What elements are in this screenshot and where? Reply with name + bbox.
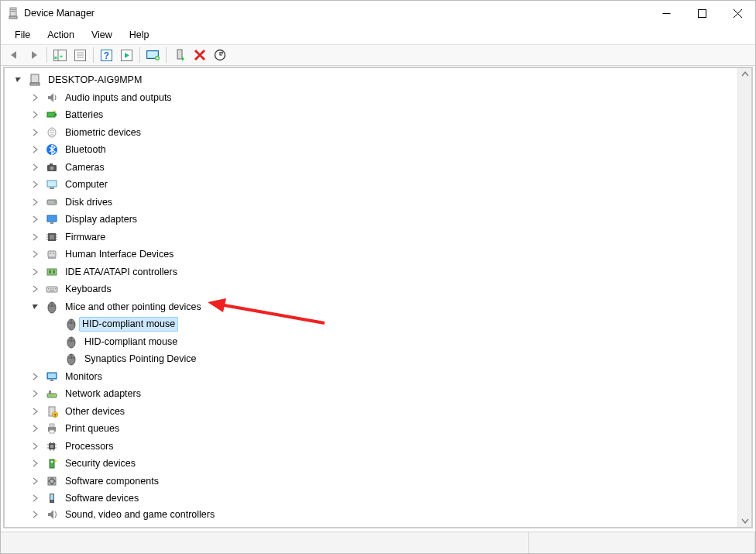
svg-rect-74 xyxy=(48,373,56,378)
chevron-right-icon[interactable] xyxy=(29,108,42,121)
action-icon[interactable] xyxy=(117,46,136,64)
category-item[interactable]: Biometric devices xyxy=(5,124,737,142)
device-item[interactable]: HID-compliant mouse xyxy=(5,315,737,333)
mouse-icon xyxy=(45,300,59,314)
forward-button[interactable] xyxy=(24,46,43,64)
category-item[interactable]: Mice and other pointing devices xyxy=(5,298,737,316)
maximize-button[interactable] xyxy=(684,1,720,26)
svg-rect-33 xyxy=(50,163,53,165)
category-item[interactable]: Print queues xyxy=(5,420,737,438)
category-label: Processors xyxy=(65,441,114,452)
category-item[interactable]: Human Interface Devices xyxy=(5,246,737,263)
scroll-up-icon[interactable] xyxy=(741,70,750,79)
category-item[interactable]: Processors xyxy=(5,438,737,456)
tree-root-label: DESKTOP-AIG9MPM xyxy=(48,74,142,85)
chevron-right-icon[interactable] xyxy=(29,248,42,260)
device-label: HID-compliant mouse xyxy=(84,336,177,347)
hid-icon xyxy=(45,247,59,261)
category-item[interactable]: Software devices xyxy=(5,490,737,508)
svg-point-101 xyxy=(51,501,53,502)
category-label: Keyboards xyxy=(65,284,112,294)
svg-rect-49 xyxy=(48,257,56,259)
category-item[interactable]: Network adapters xyxy=(5,385,737,403)
bluetooth-icon xyxy=(45,143,59,157)
category-item[interactable]: Firmware xyxy=(5,229,737,246)
category-label: Security devices xyxy=(65,458,136,469)
category-item[interactable]: Audio inputs and outputs xyxy=(5,89,737,107)
category-item[interactable]: Security devices xyxy=(5,455,737,473)
category-item[interactable]: Sound, video and game controllers xyxy=(5,508,737,521)
chevron-right-icon[interactable] xyxy=(29,161,42,174)
category-item[interactable]: ?Other devices xyxy=(5,403,737,421)
keyboard-icon xyxy=(45,282,59,296)
print-icon xyxy=(45,422,59,435)
scan-hardware-button[interactable] xyxy=(210,46,229,64)
category-item[interactable]: Software components xyxy=(5,473,737,490)
chevron-down-icon[interactable] xyxy=(29,301,42,313)
svg-text:?: ? xyxy=(104,50,109,61)
category-item[interactable]: Display adapters xyxy=(5,211,737,229)
device-item[interactable]: Synaptics Pointing Device xyxy=(5,350,737,368)
svg-rect-57 xyxy=(50,288,52,290)
svg-rect-52 xyxy=(47,269,57,275)
category-label: Mice and other pointing devices xyxy=(65,301,201,312)
help-button[interactable]: ? xyxy=(97,46,116,64)
svg-rect-54 xyxy=(53,270,55,274)
enable-device-button[interactable] xyxy=(170,46,189,64)
network-icon xyxy=(45,387,59,401)
chevron-right-icon[interactable] xyxy=(29,440,42,452)
category-item[interactable]: Keyboards xyxy=(5,280,737,298)
chevron-right-icon[interactable] xyxy=(29,457,42,470)
vertical-scrollbar[interactable] xyxy=(737,68,751,527)
chevron-right-icon[interactable] xyxy=(29,213,42,225)
category-item[interactable]: Monitors xyxy=(5,368,737,386)
chevron-right-icon[interactable] xyxy=(29,178,42,191)
biometric-icon xyxy=(45,126,59,139)
menu-action[interactable]: Action xyxy=(40,27,82,43)
chevron-right-icon[interactable] xyxy=(29,283,42,295)
category-item[interactable]: Disk drives xyxy=(5,194,737,212)
category-item[interactable]: Bluetooth xyxy=(5,141,737,159)
svg-point-51 xyxy=(53,253,54,254)
chevron-right-icon[interactable] xyxy=(29,492,42,504)
category-item[interactable]: Computer xyxy=(5,176,737,194)
chevron-right-icon[interactable] xyxy=(29,422,42,435)
category-item[interactable]: IDE ATA/ATAPI controllers xyxy=(5,263,737,281)
swdev-icon xyxy=(45,491,59,505)
chevron-right-icon[interactable] xyxy=(29,231,42,243)
chevron-right-icon[interactable] xyxy=(29,475,42,487)
chevron-down-icon[interactable] xyxy=(12,74,25,86)
chevron-right-icon[interactable] xyxy=(29,266,42,278)
device-item[interactable]: HID-compliant mouse xyxy=(5,333,737,351)
category-label: Sound, video and game controllers xyxy=(65,509,215,520)
category-label: Disk drives xyxy=(65,197,112,208)
close-button[interactable] xyxy=(720,1,755,26)
svg-rect-58 xyxy=(53,288,54,290)
back-button[interactable] xyxy=(4,46,23,64)
menu-file[interactable]: File xyxy=(7,27,38,43)
chevron-right-icon[interactable] xyxy=(29,405,42,418)
chevron-right-icon[interactable] xyxy=(29,387,42,400)
category-item[interactable]: Batteries xyxy=(5,106,737,124)
svg-rect-39 xyxy=(50,222,53,224)
update-driver-button[interactable] xyxy=(143,46,163,64)
uninstall-device-button[interactable] xyxy=(190,46,209,64)
scroll-down-icon[interactable] xyxy=(741,516,750,525)
category-label: Display adapters xyxy=(65,214,137,225)
category-label: Human Interface Devices xyxy=(65,249,174,260)
category-item[interactable]: Cameras xyxy=(5,159,737,177)
chevron-right-icon[interactable] xyxy=(29,91,42,104)
device-tree[interactable]: DESKTOP-AIG9MPM Audio inputs and outputs… xyxy=(5,68,737,527)
minimize-button[interactable] xyxy=(648,1,684,26)
chevron-right-icon[interactable] xyxy=(29,143,42,156)
category-label: Audio inputs and outputs xyxy=(65,92,172,103)
menu-help[interactable]: Help xyxy=(122,27,157,43)
chevron-right-icon[interactable] xyxy=(29,370,42,383)
show-hide-tree-button[interactable] xyxy=(50,46,70,64)
chevron-right-icon[interactable] xyxy=(29,126,42,139)
chevron-right-icon[interactable] xyxy=(29,196,42,208)
menu-view[interactable]: View xyxy=(84,27,120,43)
properties-button[interactable] xyxy=(70,46,90,64)
tree-root[interactable]: DESKTOP-AIG9MPM xyxy=(5,71,737,89)
chevron-right-icon[interactable] xyxy=(29,508,42,521)
